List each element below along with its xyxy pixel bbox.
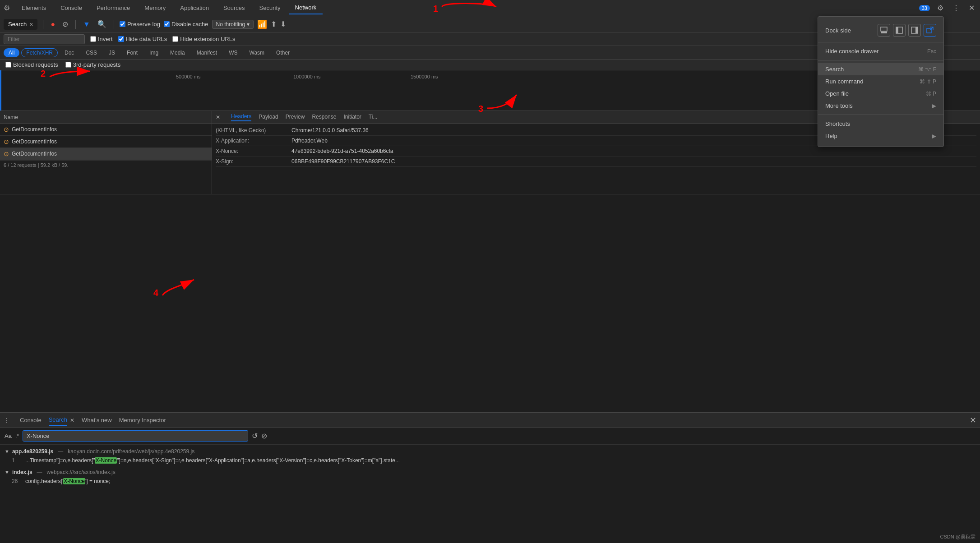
disable-cache-input[interactable] xyxy=(164,21,170,27)
throttle-select[interactable]: No throttling ▾ xyxy=(212,20,254,29)
tab-console[interactable]: Console xyxy=(54,2,88,14)
download-icon: ⬇ xyxy=(280,20,286,28)
drawer-tab-whatsnew[interactable]: What's new xyxy=(82,415,112,425)
third-party-checkbox[interactable]: 3rd-party requests xyxy=(65,61,121,68)
filter-other[interactable]: Other xyxy=(271,48,295,57)
filter-input[interactable] xyxy=(4,34,85,44)
file-result-2: ▼ index.js — webpack:///src/axios/index.… xyxy=(5,469,975,485)
watermark: CSDN @吴秋霖 xyxy=(940,534,975,540)
preserve-log-input[interactable] xyxy=(120,21,125,27)
blocked-requests-input[interactable] xyxy=(5,62,11,68)
detail-tab-preview[interactable]: Preview xyxy=(286,114,305,121)
record-icon[interactable]: ● xyxy=(49,19,57,29)
throttle-label: No throttling xyxy=(216,21,245,28)
collapse-icon-2[interactable]: ▼ xyxy=(5,469,9,475)
search-clear-icon[interactable]: ⊘ xyxy=(261,432,267,440)
hide-data-urls-input[interactable] xyxy=(118,36,124,42)
drawer-tab-console[interactable]: Console xyxy=(20,415,42,425)
menu-more-tools[interactable]: More tools ▶ xyxy=(818,100,943,112)
hide-data-urls-label: Hide data URLs xyxy=(126,36,167,42)
search-regex-label[interactable]: .* xyxy=(15,433,19,439)
file-header-1: ▼ app.4e820259.js — kaoyan.docin.com/pdf… xyxy=(5,448,975,455)
detail-close[interactable]: ✕ xyxy=(216,114,220,120)
hide-extension-urls-checkbox[interactable]: Hide extension URLs xyxy=(172,36,235,42)
filter-ws[interactable]: WS xyxy=(224,48,242,57)
list-item[interactable]: 26 config.headers['X-Nonce'] = nonce; xyxy=(5,477,975,485)
menu-hide-console-drawer[interactable]: Hide console drawer Esc xyxy=(818,45,943,57)
search-input[interactable] xyxy=(23,430,248,442)
detail-tab-headers[interactable]: Headers xyxy=(231,113,251,121)
drawer-dots-icon[interactable]: ⋮ xyxy=(4,417,9,423)
settings-icon[interactable]: ⚙ xyxy=(935,3,945,13)
hide-data-urls-checkbox[interactable]: Hide data URLs xyxy=(118,36,167,42)
table-row[interactable]: ⊙ GetDocumentInfos xyxy=(0,124,212,136)
filter-all[interactable]: All xyxy=(4,48,19,57)
blocked-requests-checkbox[interactable]: Blocked requests xyxy=(5,61,58,68)
dock-undock-icon[interactable] xyxy=(924,24,936,37)
invert-checkbox[interactable]: Invert xyxy=(90,36,113,42)
filter-wasm[interactable]: Wasm xyxy=(245,48,270,57)
collapse-icon-1[interactable]: ▼ xyxy=(5,449,9,454)
tab-application[interactable]: Application xyxy=(174,2,215,14)
detail-value-0: Chrome/121.0.0.0 Safari/537.36 xyxy=(291,127,369,133)
throttle-arrow: ▾ xyxy=(247,21,250,28)
tab-elements[interactable]: Elements xyxy=(15,2,52,14)
search-aa-label[interactable]: Aa xyxy=(5,433,12,439)
filter-css[interactable]: CSS xyxy=(81,48,102,57)
search-refresh-icon[interactable]: ↺ xyxy=(252,432,258,440)
more-icon[interactable]: ⋮ xyxy=(951,3,962,13)
request-icon-1: ⊙ xyxy=(4,126,9,133)
dock-bottom-icon[interactable] xyxy=(878,24,890,37)
filter-fetch-xhr[interactable]: Fetch/XHR xyxy=(21,48,58,57)
drawer-tab-search-close[interactable]: ✕ xyxy=(70,417,74,423)
menu-shortcuts[interactable]: Shortcuts xyxy=(818,118,943,130)
close-icon[interactable]: ✕ xyxy=(967,3,976,13)
tab-memory[interactable]: Memory xyxy=(138,2,172,14)
separator-1 xyxy=(43,20,43,29)
filter-doc[interactable]: Doc xyxy=(60,48,79,57)
filter-icon[interactable]: ▼ xyxy=(81,19,92,29)
hide-extension-urls-input[interactable] xyxy=(172,36,178,42)
search-active-tab[interactable]: Search × xyxy=(4,19,37,30)
search-tab-close[interactable]: × xyxy=(29,21,33,28)
tab-security[interactable]: Security xyxy=(253,2,287,14)
stop-icon[interactable]: ⊘ xyxy=(60,19,70,29)
detail-tab-payload[interactable]: Payload xyxy=(259,114,278,121)
filter-font[interactable]: Font xyxy=(122,48,143,57)
preserve-log-checkbox[interactable]: Preserve log xyxy=(120,21,160,28)
menu-run-command-shortcut: ⌘ ⇧ P xyxy=(920,78,936,85)
filter-js[interactable]: JS xyxy=(104,48,120,57)
search-icon[interactable]: 🔍 xyxy=(96,19,108,29)
table-row[interactable]: ⊙ GetDocumentInfos xyxy=(0,136,212,148)
tab-performance[interactable]: Performance xyxy=(90,2,136,14)
menu-help[interactable]: Help ▶ xyxy=(818,130,943,142)
annotation-4: 4 xyxy=(153,288,158,298)
tab-network[interactable]: Network xyxy=(289,1,323,14)
drawer-tab-search[interactable]: Search xyxy=(49,414,67,426)
menu-run-command-label: Run command xyxy=(825,78,864,85)
tab-sources[interactable]: Sources xyxy=(217,2,251,14)
line-after-1-1: "]=n,e.headers["X-Sign"]=r,e.headers["X-… xyxy=(117,457,400,464)
detail-row-3: X-Sign: 06BBE498F90F99CB2117907AB93F6C1C xyxy=(216,156,976,167)
third-party-input[interactable] xyxy=(65,62,71,68)
detail-tab-response[interactable]: Response xyxy=(312,114,336,121)
menu-run-command[interactable]: Run command ⌘ ⇧ P xyxy=(818,75,943,87)
list-item[interactable]: 1 ...Timestamp"]=o,e.headers["X-Nonce"]=… xyxy=(5,456,975,465)
drawer-close-icon[interactable]: ✕ xyxy=(970,415,976,425)
filter-img[interactable]: Img xyxy=(144,48,163,57)
invert-input[interactable] xyxy=(90,36,96,42)
issues-badge: 33 xyxy=(919,5,930,11)
dock-left-icon[interactable] xyxy=(893,24,906,37)
detail-value-3: 06BBE498F90F99CB2117907AB93F6C1C xyxy=(291,158,395,165)
disable-cache-checkbox[interactable]: Disable cache xyxy=(164,21,208,28)
menu-search[interactable]: Search ⌘ ⌥ F xyxy=(818,63,943,75)
menu-open-file[interactable]: Open file ⌘ P xyxy=(818,87,943,100)
dock-right-icon[interactable] xyxy=(908,24,921,37)
drawer-tab-memory-inspector[interactable]: Memory Inspector xyxy=(119,415,166,425)
detail-tab-initiator[interactable]: Initiator xyxy=(343,114,361,121)
filter-manifest[interactable]: Manifest xyxy=(192,48,222,57)
filter-media[interactable]: Media xyxy=(165,48,190,57)
detail-tab-timing[interactable]: Ti... xyxy=(369,114,378,121)
search-results: ▼ app.4e820259.js — kaoyan.docin.com/pdf… xyxy=(0,445,980,543)
table-row[interactable]: ⊙ GetDocumentInfos xyxy=(0,148,212,160)
